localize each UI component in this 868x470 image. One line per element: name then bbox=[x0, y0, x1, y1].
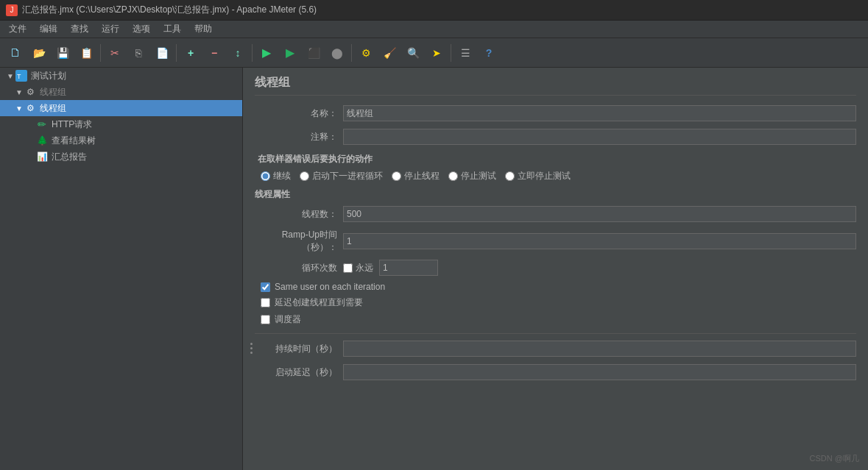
comment-label: 注释： bbox=[255, 131, 343, 143]
tree-item-thread-group-2[interactable]: ▼ ⚙ 线程组 bbox=[0, 100, 242, 116]
tree-item-label: 测试计划 bbox=[31, 70, 66, 82]
gear-icon: ⚙ bbox=[24, 85, 37, 99]
stop-button[interactable]: ⬛ bbox=[303, 42, 325, 64]
same-user-text: Same user on each iteration bbox=[275, 282, 385, 292]
forever-checkbox-label[interactable]: 永远 bbox=[343, 262, 373, 274]
duration-input[interactable] bbox=[343, 341, 856, 357]
menu-item-文件[interactable]: 文件 bbox=[3, 21, 32, 37]
radio-stop-test-now-input[interactable] bbox=[505, 171, 515, 181]
menu-item-选项[interactable]: 选项 bbox=[127, 21, 156, 37]
thread-count-label: 线程数： bbox=[255, 208, 343, 221]
tree-item-label: 线程组 bbox=[40, 86, 66, 99]
thread-props-section: 线程属性 线程数： Ramp-Up时间（秒）： 循环次数 永远 bbox=[255, 188, 856, 326]
toolbar-sep-4 bbox=[351, 44, 352, 62]
add-button[interactable]: + bbox=[180, 42, 202, 64]
name-label: 名称： bbox=[255, 107, 343, 120]
menu-item-查找[interactable]: 查找 bbox=[65, 21, 94, 37]
startup-delay-label: 启动延迟（秒） bbox=[255, 366, 343, 379]
shutdown-button[interactable]: ⬤ bbox=[326, 42, 348, 64]
radio-next-loop-label: 启动下一进程循环 bbox=[312, 170, 383, 182]
menu-item-编辑[interactable]: 编辑 bbox=[34, 21, 63, 37]
help-button[interactable]: ? bbox=[478, 42, 500, 64]
forever-checkbox[interactable] bbox=[343, 263, 353, 273]
tree-item-label: HTTP请求 bbox=[52, 118, 92, 131]
radio-continue-input[interactable] bbox=[261, 171, 270, 181]
dot-1 bbox=[250, 343, 253, 345]
comment-row: 注释： bbox=[255, 128, 856, 146]
move-up-button[interactable]: ↕ bbox=[227, 42, 249, 64]
title-bar: J 汇总报告.jmx (C:\Users\ZPJX\Desktop\汇总报告.j… bbox=[0, 0, 868, 21]
radio-stop-test-input[interactable] bbox=[448, 171, 458, 181]
delay-create-text: 延迟创建线程直到需要 bbox=[275, 296, 363, 309]
panel-title: 线程组 bbox=[255, 75, 856, 96]
delay-create-checkbox[interactable] bbox=[261, 298, 270, 307]
ramp-up-label: Ramp-Up时间（秒）： bbox=[255, 229, 343, 254]
tree-item-thread-group-1[interactable]: ▼ ⚙ 线程组 bbox=[0, 84, 242, 100]
radio-stop-thread-input[interactable] bbox=[392, 171, 401, 181]
thread-count-row: 线程数： bbox=[255, 205, 856, 223]
new-button[interactable]: 🗋 bbox=[4, 42, 27, 64]
toolbar-sep-5 bbox=[451, 44, 451, 62]
delay-create-row: 延迟创建线程直到需要 bbox=[255, 296, 856, 309]
tree-item-view-results[interactable]: 🌲 查看结果树 bbox=[0, 132, 242, 149]
same-user-label[interactable]: Same user on each iteration bbox=[261, 282, 385, 292]
ramp-up-input[interactable] bbox=[343, 233, 856, 249]
same-user-checkbox[interactable] bbox=[261, 282, 270, 292]
content-panel: 线程组 名称： 注释： 在取样器错误后要执行的动作 继续 启动下一进程循环 停止… bbox=[243, 68, 868, 470]
run-button[interactable]: ▶ bbox=[255, 42, 278, 64]
list-button[interactable]: ☰ bbox=[454, 42, 476, 64]
error-action-title: 在取样器错误后要执行的动作 bbox=[255, 153, 856, 165]
startup-delay-row: 启动延迟（秒） bbox=[255, 363, 856, 381]
results-icon: 🌲 bbox=[35, 134, 49, 147]
scheduler-checkbox[interactable] bbox=[261, 315, 270, 324]
run-no-pause-button[interactable]: ▶ bbox=[279, 42, 301, 64]
comment-input[interactable] bbox=[343, 129, 856, 145]
save-as-button[interactable]: 📋 bbox=[75, 42, 97, 64]
radio-continue[interactable]: 继续 bbox=[261, 170, 291, 182]
arrow-icon bbox=[27, 137, 35, 145]
http-icon: ✏ bbox=[35, 118, 49, 131]
dot-3 bbox=[250, 352, 253, 354]
thread-count-input[interactable] bbox=[343, 206, 856, 222]
scheduler-label[interactable]: 调度器 bbox=[261, 313, 301, 326]
radio-next-loop-input[interactable] bbox=[300, 171, 309, 181]
loop-count-label: 循环次数 bbox=[255, 262, 343, 274]
cut-button[interactable]: ✂ bbox=[104, 42, 126, 64]
name-input[interactable] bbox=[343, 105, 856, 121]
clear-all-button[interactable]: 🧹 bbox=[378, 42, 401, 64]
duration-section: 持续时间（秒） 启动延迟（秒） bbox=[255, 333, 856, 381]
settings-button[interactable]: ⚙ bbox=[355, 42, 377, 64]
menu-item-工具[interactable]: 工具 bbox=[158, 21, 187, 37]
search-button[interactable]: 🔍 bbox=[402, 42, 424, 64]
delay-create-label[interactable]: 延迟创建线程直到需要 bbox=[261, 296, 363, 309]
tree-item-summary-report[interactable]: 📊 汇总报告 bbox=[0, 149, 242, 165]
loop-count-input[interactable] bbox=[379, 260, 438, 276]
radio-stop-thread[interactable]: 停止线程 bbox=[392, 170, 440, 182]
tree-item-http-request[interactable]: ✏ HTTP请求 bbox=[0, 116, 242, 132]
menu-item-帮助[interactable]: 帮助 bbox=[188, 21, 218, 37]
name-row: 名称： bbox=[255, 104, 856, 122]
copy-button[interactable]: ⎘ bbox=[127, 42, 149, 64]
tree-item-label: 线程组 bbox=[40, 102, 66, 115]
paste-button[interactable]: 📄 bbox=[151, 42, 173, 64]
radio-stop-test-now[interactable]: 立即停止测试 bbox=[505, 170, 571, 182]
menu-item-运行[interactable]: 运行 bbox=[96, 21, 125, 37]
tree-item-label: 查看结果树 bbox=[52, 135, 96, 147]
scheduler-row: 调度器 bbox=[255, 313, 856, 326]
save-button[interactable]: 💾 bbox=[52, 42, 74, 64]
arrow-icon bbox=[27, 121, 35, 129]
forever-label: 永远 bbox=[356, 262, 373, 274]
remove-button[interactable]: − bbox=[203, 42, 225, 64]
resize-handle[interactable] bbox=[250, 343, 253, 354]
main-layout: ▼ T 测试计划 ▼ ⚙ 线程组 ▼ ⚙ 线程组 ✏ HTTP请求 🌲 bbox=[0, 68, 868, 470]
radio-stop-test-label: 停止测试 bbox=[461, 170, 496, 182]
gear-blue-icon: ⚙ bbox=[24, 102, 37, 115]
tree-item-label: 汇总报告 bbox=[52, 151, 87, 163]
error-action-group: 继续 启动下一进程循环 停止线程 停止测试 立即停止测试 bbox=[255, 170, 856, 182]
arrow-button[interactable]: ➤ bbox=[426, 42, 448, 64]
open-button[interactable]: 📂 bbox=[28, 42, 50, 64]
radio-stop-test[interactable]: 停止测试 bbox=[448, 170, 496, 182]
tree-item-test-plan[interactable]: ▼ T 测试计划 bbox=[0, 68, 242, 84]
startup-delay-input[interactable] bbox=[343, 364, 856, 380]
radio-next-loop[interactable]: 启动下一进程循环 bbox=[300, 170, 383, 182]
